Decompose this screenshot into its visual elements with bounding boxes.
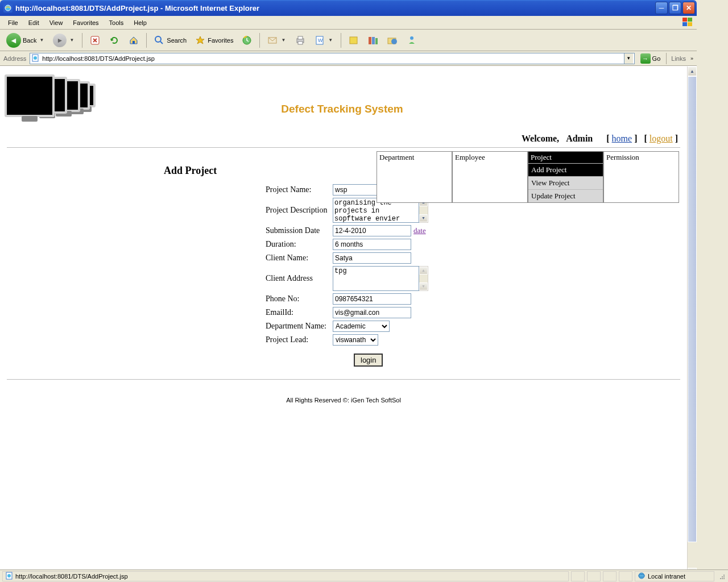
- vertical-scrollbar[interactable]: ▲ ▼: [687, 66, 697, 577]
- scroll-down-icon[interactable]: ▼: [419, 282, 428, 290]
- nav-employee[interactable]: Employee: [452, 151, 528, 203]
- main-area: Add Project Department Employee Project …: [0, 149, 687, 369]
- windows-logo-icon: [682, 17, 694, 28]
- toolbar-separator: [259, 33, 260, 48]
- search-button[interactable]: Search: [151, 33, 189, 48]
- nav-project[interactable]: Project Add Project View Project Update …: [528, 151, 603, 203]
- toolbar-separator: [341, 33, 341, 48]
- encode-button[interactable]: [384, 33, 401, 48]
- menu-file[interactable]: File: [3, 18, 23, 28]
- svg-point-25: [7, 574, 11, 577]
- label-phone: Phone No:: [266, 294, 333, 304]
- menu-view[interactable]: View: [45, 18, 68, 28]
- forward-dropdown-icon[interactable]: ▼: [68, 38, 75, 43]
- go-arrow-icon: →: [640, 53, 651, 64]
- search-label: Search: [167, 37, 187, 44]
- input-duration[interactable]: [333, 239, 411, 250]
- refresh-button[interactable]: [106, 33, 123, 48]
- stop-button[interactable]: [86, 33, 104, 48]
- home-link[interactable]: home: [612, 134, 632, 143]
- print-icon: [295, 35, 306, 46]
- print-button[interactable]: [292, 33, 309, 48]
- back-dropdown-icon[interactable]: ▼: [38, 38, 45, 43]
- history-icon: [241, 35, 253, 46]
- input-phone[interactable]: [333, 293, 411, 305]
- toolbar: ◄ Back ▼ ► ▼ Search Favorites ▼ W▼: [0, 30, 697, 51]
- menu-bar: File Edit View Favorites Tools Help: [0, 16, 697, 30]
- svg-rect-15: [350, 37, 357, 44]
- submit-button[interactable]: login: [354, 354, 383, 367]
- monitors-graphic: [5, 72, 104, 129]
- scroll-down-icon[interactable]: ▼: [419, 214, 428, 222]
- menu-favorites[interactable]: Favorites: [68, 18, 103, 28]
- select-lead[interactable]: viswanath: [333, 334, 378, 346]
- mail-button[interactable]: ▼: [264, 33, 289, 48]
- toolbar-separator: [146, 33, 147, 48]
- title-bar: http://localhost:8081/DTS/AddProject.jsp…: [0, 0, 697, 16]
- research-button[interactable]: [365, 33, 382, 48]
- maximize-button[interactable]: ❐: [669, 2, 681, 14]
- nav-sub-view-project[interactable]: View Project: [528, 176, 603, 189]
- menu-help[interactable]: Help: [129, 18, 151, 28]
- mail-dropdown-icon[interactable]: ▼: [280, 38, 287, 43]
- date-picker-link[interactable]: date: [413, 226, 426, 235]
- logout-link[interactable]: logout: [650, 134, 673, 143]
- go-label: Go: [652, 55, 661, 62]
- nav-sub-add-project[interactable]: Add Project: [528, 163, 603, 176]
- label-description: Project Description: [266, 206, 333, 215]
- minimize-button[interactable]: ─: [655, 2, 668, 14]
- status-page-icon: [5, 572, 13, 578]
- toolbar-separator: [82, 33, 82, 48]
- forward-button[interactable]: ► ▼: [50, 32, 78, 49]
- search-icon: [154, 35, 165, 46]
- add-project-form: Project Name: Project Description organi…: [266, 184, 680, 367]
- divider: [7, 147, 680, 148]
- scroll-up-icon[interactable]: ▲: [419, 267, 428, 275]
- home-button[interactable]: [125, 33, 142, 48]
- links-chevron-icon[interactable]: »: [690, 56, 693, 61]
- status-text: http://localhost:8081/DTS/AddProject.jsp: [15, 573, 128, 578]
- messenger-button[interactable]: [403, 33, 420, 48]
- close-button[interactable]: ✕: [682, 2, 695, 14]
- select-department[interactable]: Academic: [333, 321, 390, 332]
- links-label[interactable]: Links: [670, 55, 687, 62]
- ie-icon: [3, 3, 13, 13]
- input-submission-date[interactable]: [333, 225, 411, 236]
- discuss-button[interactable]: [345, 33, 362, 48]
- edit-dropdown-icon[interactable]: ▼: [327, 38, 334, 43]
- back-button[interactable]: ◄ Back ▼: [3, 31, 48, 49]
- nav-department[interactable]: Department: [377, 151, 452, 203]
- scroll-thumb[interactable]: [688, 76, 697, 542]
- welcome-text: Welcome,: [522, 134, 559, 143]
- input-email[interactable]: [333, 307, 411, 318]
- favorites-button[interactable]: Favorites: [192, 33, 236, 48]
- menu-edit[interactable]: Edit: [24, 18, 44, 28]
- textarea-client-address[interactable]: tpg: [333, 266, 419, 291]
- history-button[interactable]: [238, 33, 255, 48]
- app-title: Defect Tracking System: [104, 86, 580, 115]
- svg-point-20: [391, 39, 397, 44]
- content-wrap: Defect Tracking System Welcome, Admin [ …: [0, 66, 697, 577]
- menu-tools[interactable]: Tools: [105, 18, 129, 28]
- svg-point-23: [34, 56, 37, 60]
- page-icon: [31, 54, 40, 63]
- address-label: Address: [3, 55, 26, 62]
- edit-button[interactable]: W▼: [311, 33, 337, 48]
- addr-scrollbar[interactable]: ▲ ▼: [419, 266, 428, 291]
- scroll-up-icon[interactable]: ▲: [688, 66, 697, 76]
- nav-sub-update-project[interactable]: Update Project: [528, 189, 603, 202]
- nav-menu: Department Employee Project Add Project …: [377, 151, 679, 203]
- address-input[interactable]: [42, 55, 623, 62]
- address-dropdown-icon[interactable]: ▼: [624, 53, 633, 64]
- input-client-name[interactable]: [333, 252, 411, 264]
- svg-point-7: [155, 36, 161, 42]
- svg-text:W: W: [318, 38, 323, 43]
- label-duration: Duration:: [266, 240, 333, 249]
- svg-rect-12: [298, 41, 303, 44]
- nav-project-submenu: Add Project View Project Update Project: [528, 163, 603, 202]
- svg-rect-11: [298, 36, 303, 39]
- go-button[interactable]: → Go: [638, 53, 663, 64]
- page-header: Defect Tracking System: [0, 66, 687, 129]
- nav-permission[interactable]: Permission: [603, 151, 679, 203]
- intranet-icon: [638, 572, 646, 578]
